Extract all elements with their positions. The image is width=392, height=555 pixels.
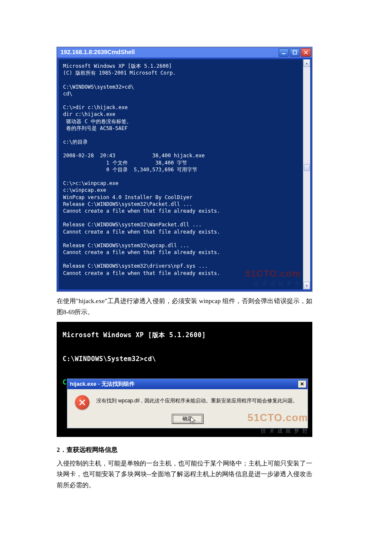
- paragraph-before-error: 在使用"hijack.exe"工具进行渗透入侵前，必须安装 winpcap 组件…: [57, 296, 312, 318]
- minimize-button[interactable]: [279, 48, 289, 57]
- scroll-down-button[interactable]: ▾: [303, 282, 310, 289]
- scroll-track[interactable]: [303, 67, 310, 282]
- cmdshell-output: Microsoft Windows XP [版本 5.1.2600] (C) 版…: [63, 63, 306, 277]
- section-heading: 2．查获远程网络信息: [57, 445, 312, 456]
- error-dialog-message: 没有找到 wpcap.dll，因此这个应用程序未能启动。重新安装应用程序可能会修…: [96, 395, 298, 405]
- cmdshell-terminal[interactable]: Microsoft Windows XP [版本 5.1.2600] (C) 版…: [59, 59, 310, 289]
- cmdshell-title: 192.168.1.8:2639CmdShell: [61, 47, 135, 58]
- svg-rect-0: [282, 53, 285, 54]
- error-dialog: hijack.exe - 无法找到组件 ✕ 没有找到 wpcap.dll，因此这…: [67, 379, 308, 428]
- svg-rect-1: [293, 51, 297, 54]
- scroll-up-button[interactable]: ▴: [303, 59, 310, 67]
- cmdshell-window: 192.168.1.8:2639CmdShell Microsoft Windo…: [57, 47, 312, 292]
- cmdshell-titlebar[interactable]: 192.168.1.8:2639CmdShell: [57, 47, 312, 58]
- error-icon: [75, 395, 89, 410]
- cursor-icon: [190, 416, 196, 428]
- maximize-button[interactable]: [290, 48, 300, 57]
- scroll-thumb[interactable]: [304, 164, 310, 171]
- scrollbar[interactable]: ▴ ▾: [303, 59, 310, 289]
- watermark-sub: 技 术 成 就 梦 想: [245, 280, 301, 287]
- error-dialog-titlebar[interactable]: hijack.exe - 无法找到组件 ✕: [67, 379, 308, 389]
- error-dialog-title: hijack.exe - 无法找到组件: [70, 379, 135, 389]
- error-dialog-close-button[interactable]: ✕: [298, 380, 306, 388]
- error-dialog-ok-button[interactable]: 确定: [172, 414, 203, 424]
- paragraph-network-info: 入侵控制的主机，可能是单独的一台主机，也可能位于某个网络中；主机上可能只安装了一…: [57, 458, 312, 491]
- cmd-window: Microsoft Windows XP [版本 5.1.2600] C:\WI…: [57, 322, 312, 437]
- close-button[interactable]: [301, 48, 311, 57]
